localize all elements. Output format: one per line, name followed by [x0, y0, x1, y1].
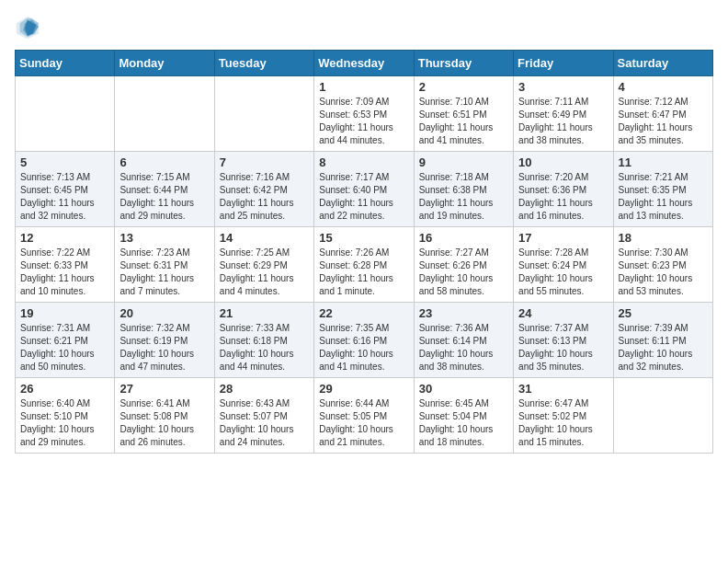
day-info: Sunrise: 7:28 AM Sunset: 6:24 PM Dayligh…: [518, 247, 608, 298]
calendar-cell: 6Sunrise: 7:15 AM Sunset: 6:44 PM Daylig…: [115, 152, 214, 227]
calendar-cell: 1Sunrise: 7:09 AM Sunset: 6:53 PM Daylig…: [314, 76, 414, 152]
day-number: 10: [518, 155, 608, 169]
day-number: 28: [220, 382, 309, 396]
calendar-week-row: 19Sunrise: 7:31 AM Sunset: 6:21 PM Dayli…: [16, 303, 713, 378]
day-info: Sunrise: 7:17 AM Sunset: 6:40 PM Dayligh…: [319, 171, 408, 223]
calendar-cell: 23Sunrise: 7:36 AM Sunset: 6:14 PM Dayli…: [414, 303, 513, 378]
calendar-cell: [214, 76, 313, 152]
day-info: Sunrise: 7:22 AM Sunset: 6:33 PM Dayligh…: [20, 247, 109, 298]
day-info: Sunrise: 7:15 AM Sunset: 6:44 PM Dayligh…: [119, 171, 209, 223]
calendar-cell: 3Sunrise: 7:11 AM Sunset: 6:49 PM Daylig…: [514, 76, 613, 152]
day-number: 9: [419, 155, 508, 169]
day-info: Sunrise: 7:12 AM Sunset: 6:47 PM Dayligh…: [619, 96, 708, 147]
day-info: Sunrise: 7:10 AM Sunset: 6:51 PM Dayligh…: [419, 96, 508, 147]
day-info: Sunrise: 7:39 AM Sunset: 6:11 PM Dayligh…: [619, 322, 708, 373]
day-number: 31: [518, 382, 608, 396]
calendar-cell: [16, 76, 115, 152]
day-number: 12: [20, 231, 109, 245]
calendar-cell: 25Sunrise: 7:39 AM Sunset: 6:11 PM Dayli…: [613, 303, 712, 378]
day-number: 24: [518, 306, 608, 320]
day-info: Sunrise: 7:13 AM Sunset: 6:45 PM Dayligh…: [20, 171, 109, 223]
calendar-cell: 11Sunrise: 7:21 AM Sunset: 6:35 PM Dayli…: [613, 152, 712, 227]
day-number: 20: [119, 306, 209, 320]
calendar-cell: 10Sunrise: 7:20 AM Sunset: 6:36 PM Dayli…: [514, 152, 613, 227]
day-info: Sunrise: 6:44 AM Sunset: 5:05 PM Dayligh…: [319, 397, 408, 449]
calendar-cell: 18Sunrise: 7:30 AM Sunset: 6:23 PM Dayli…: [613, 227, 712, 303]
day-info: Sunrise: 7:25 AM Sunset: 6:29 PM Dayligh…: [220, 247, 309, 298]
day-number: 18: [619, 231, 708, 245]
calendar-day-header: Monday: [115, 51, 214, 76]
calendar-cell: 20Sunrise: 7:32 AM Sunset: 6:19 PM Dayli…: [115, 303, 214, 378]
day-info: Sunrise: 6:45 AM Sunset: 5:04 PM Dayligh…: [419, 397, 508, 449]
day-number: 8: [319, 155, 408, 169]
calendar-day-header: Tuesday: [214, 51, 313, 76]
calendar-table: SundayMondayTuesdayWednesdayThursdayFrid…: [15, 50, 713, 454]
calendar-day-header: Friday: [514, 51, 613, 76]
calendar-cell: 5Sunrise: 7:13 AM Sunset: 6:45 PM Daylig…: [16, 152, 115, 227]
day-number: 5: [20, 155, 109, 169]
day-info: Sunrise: 7:32 AM Sunset: 6:19 PM Dayligh…: [119, 322, 209, 373]
calendar-day-header: Wednesday: [314, 51, 414, 76]
day-info: Sunrise: 7:09 AM Sunset: 6:53 PM Dayligh…: [319, 96, 408, 147]
calendar-cell: 12Sunrise: 7:22 AM Sunset: 6:33 PM Dayli…: [16, 227, 115, 303]
day-number: 11: [619, 155, 708, 169]
calendar-day-header: Thursday: [414, 51, 513, 76]
calendar-cell: 2Sunrise: 7:10 AM Sunset: 6:51 PM Daylig…: [414, 76, 513, 152]
calendar-cell: 27Sunrise: 6:41 AM Sunset: 5:08 PM Dayli…: [115, 378, 214, 454]
day-info: Sunrise: 7:37 AM Sunset: 6:13 PM Dayligh…: [518, 322, 608, 373]
calendar-week-row: 1Sunrise: 7:09 AM Sunset: 6:53 PM Daylig…: [16, 76, 713, 152]
calendar-cell: 31Sunrise: 6:47 AM Sunset: 5:02 PM Dayli…: [514, 378, 613, 454]
day-number: 21: [220, 306, 309, 320]
day-info: Sunrise: 7:33 AM Sunset: 6:18 PM Dayligh…: [220, 322, 309, 373]
day-number: 2: [419, 80, 508, 94]
calendar-cell: 7Sunrise: 7:16 AM Sunset: 6:42 PM Daylig…: [214, 152, 313, 227]
day-info: Sunrise: 7:35 AM Sunset: 6:16 PM Dayligh…: [319, 322, 408, 373]
day-number: 4: [619, 80, 708, 94]
day-info: Sunrise: 7:26 AM Sunset: 6:28 PM Dayligh…: [319, 247, 408, 298]
calendar-cell: 9Sunrise: 7:18 AM Sunset: 6:38 PM Daylig…: [414, 152, 513, 227]
day-number: 3: [518, 80, 608, 94]
calendar-week-row: 5Sunrise: 7:13 AM Sunset: 6:45 PM Daylig…: [16, 152, 713, 227]
day-number: 15: [319, 231, 408, 245]
day-number: 25: [619, 306, 708, 320]
calendar-day-header: Sunday: [16, 51, 115, 76]
day-number: 29: [319, 382, 408, 396]
calendar-cell: 8Sunrise: 7:17 AM Sunset: 6:40 PM Daylig…: [314, 152, 414, 227]
day-info: Sunrise: 7:21 AM Sunset: 6:35 PM Dayligh…: [619, 171, 708, 223]
day-number: 22: [319, 306, 408, 320]
calendar-cell: 15Sunrise: 7:26 AM Sunset: 6:28 PM Dayli…: [314, 227, 414, 303]
calendar-cell: 29Sunrise: 6:44 AM Sunset: 5:05 PM Dayli…: [314, 378, 414, 454]
day-info: Sunrise: 6:43 AM Sunset: 5:07 PM Dayligh…: [220, 397, 309, 449]
day-info: Sunrise: 7:11 AM Sunset: 6:49 PM Dayligh…: [518, 96, 608, 147]
day-number: 23: [419, 306, 508, 320]
day-info: Sunrise: 7:20 AM Sunset: 6:36 PM Dayligh…: [518, 171, 608, 223]
day-number: 19: [20, 306, 109, 320]
calendar-cell: [613, 378, 712, 454]
day-number: 14: [220, 231, 309, 245]
day-info: Sunrise: 7:23 AM Sunset: 6:31 PM Dayligh…: [119, 247, 209, 298]
day-info: Sunrise: 6:40 AM Sunset: 5:10 PM Dayligh…: [20, 397, 109, 449]
day-info: Sunrise: 6:41 AM Sunset: 5:08 PM Dayligh…: [119, 397, 209, 449]
calendar-cell: 4Sunrise: 7:12 AM Sunset: 6:47 PM Daylig…: [613, 76, 712, 152]
calendar-cell: 13Sunrise: 7:23 AM Sunset: 6:31 PM Dayli…: [115, 227, 214, 303]
day-info: Sunrise: 7:31 AM Sunset: 6:21 PM Dayligh…: [20, 322, 109, 373]
logo-icon: [15, 15, 40, 40]
calendar-cell: 16Sunrise: 7:27 AM Sunset: 6:26 PM Dayli…: [414, 227, 513, 303]
day-info: Sunrise: 6:47 AM Sunset: 5:02 PM Dayligh…: [518, 397, 608, 449]
day-number: 26: [20, 382, 109, 396]
calendar-cell: 22Sunrise: 7:35 AM Sunset: 6:16 PM Dayli…: [314, 303, 414, 378]
day-info: Sunrise: 7:27 AM Sunset: 6:26 PM Dayligh…: [419, 247, 508, 298]
day-number: 27: [119, 382, 209, 396]
day-number: 13: [119, 231, 209, 245]
calendar-cell: 21Sunrise: 7:33 AM Sunset: 6:18 PM Dayli…: [214, 303, 313, 378]
day-info: Sunrise: 7:30 AM Sunset: 6:23 PM Dayligh…: [619, 247, 708, 298]
page-header: [15, 15, 713, 40]
day-number: 6: [119, 155, 209, 169]
calendar-cell: [115, 76, 214, 152]
day-number: 17: [518, 231, 608, 245]
calendar-cell: 24Sunrise: 7:37 AM Sunset: 6:13 PM Dayli…: [514, 303, 613, 378]
logo: [15, 15, 44, 40]
calendar-cell: 30Sunrise: 6:45 AM Sunset: 5:04 PM Dayli…: [414, 378, 513, 454]
day-number: 7: [220, 155, 309, 169]
day-info: Sunrise: 7:18 AM Sunset: 6:38 PM Dayligh…: [419, 171, 508, 223]
